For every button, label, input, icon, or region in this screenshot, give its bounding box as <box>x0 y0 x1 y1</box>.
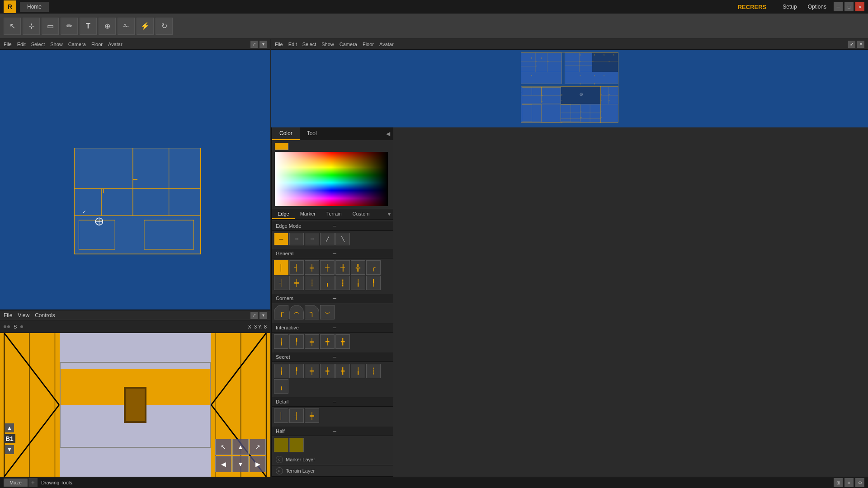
interactive-tool-2[interactable]: ╿ <box>289 334 304 349</box>
general-tool-5[interactable]: ╫ <box>335 260 350 275</box>
maze-tab[interactable]: Maze <box>4 479 28 487</box>
paint-tab-edge[interactable]: Edge <box>272 209 295 219</box>
tab-tool[interactable]: Tool <box>300 127 324 140</box>
minimize-button[interactable]: ─ <box>834 2 843 11</box>
corners-section-header[interactable]: Corners ─ <box>272 294 393 303</box>
secret-tool-4[interactable]: ┿ <box>320 364 335 378</box>
settings-icon[interactable]: ⚙ <box>855 478 864 487</box>
secret-section-header[interactable]: Secret ─ <box>272 352 393 362</box>
menu-view-bl[interactable]: View <box>18 312 29 319</box>
menu-select-rv[interactable]: Select <box>302 42 316 47</box>
edge-dashed-button[interactable]: ╌ <box>289 233 304 245</box>
secret-tool-3[interactable]: ╪ <box>305 364 319 378</box>
nav-left-button[interactable]: ◀ <box>215 456 231 472</box>
interactive-tool-3[interactable]: ╪ <box>305 334 319 349</box>
expand-tl-button[interactable]: ⤢ <box>250 41 258 48</box>
menu-edit-rv[interactable]: Edit <box>288 42 297 47</box>
select-tool-button[interactable]: ⊹ <box>23 18 40 35</box>
menu-file-rv[interactable]: File <box>275 42 283 47</box>
general-tool-10[interactable]: ┊ <box>305 276 319 290</box>
half-tool-1[interactable] <box>274 438 288 452</box>
menu-show-tl[interactable]: Show <box>50 42 63 47</box>
edge-dotted-button[interactable]: ┄ <box>305 233 319 245</box>
bottom-3d-viewport[interactable]: ▲ B1 ▼ ↖ ▲ ↗ ◀ ▼ ▶ <box>0 333 270 477</box>
tab-color[interactable]: Color <box>272 127 300 140</box>
text-tool-button[interactable]: T <box>80 18 97 35</box>
menu-camera-tl[interactable]: Camera <box>68 42 86 47</box>
collapse-tl-button[interactable]: ▾ <box>259 41 267 48</box>
nav-right-button[interactable]: ▶ <box>250 456 266 472</box>
collapse-bl-button[interactable]: ▾ <box>259 312 267 319</box>
edge-mode-section-header[interactable]: Edge Mode ─ <box>272 221 393 231</box>
paint-tab-terrain[interactable]: Terrain <box>321 209 347 219</box>
menu-floor-rv[interactable]: Floor <box>363 42 374 47</box>
menu-camera-rv[interactable]: Camera <box>340 42 357 47</box>
home-tab[interactable]: Home <box>20 2 49 12</box>
marker-layer-item[interactable]: ○ Marker Layer <box>272 454 393 465</box>
paint-tab-custom[interactable]: Custom <box>347 209 375 219</box>
general-tool-6[interactable]: ╬ <box>351 260 365 275</box>
draw-tool-button[interactable]: ✏ <box>61 18 78 35</box>
edge-diagonal1-button[interactable]: ╱ <box>320 233 335 245</box>
detail-tool-3[interactable]: ╪ <box>305 408 319 423</box>
half-tool-2[interactable] <box>289 438 304 452</box>
cut-tool-button[interactable]: ✁ <box>118 18 135 35</box>
collapse-rv-button[interactable]: ▾ <box>857 41 864 48</box>
general-tool-11[interactable]: ╻ <box>320 276 335 290</box>
expand-bl-button[interactable]: ⤢ <box>250 312 258 319</box>
secret-tool-1[interactable]: ╽ <box>274 364 288 378</box>
interactive-section-header[interactable]: Interactive ─ <box>272 323 393 333</box>
layers-icon[interactable]: ≡ <box>844 478 854 487</box>
secret-tool-7[interactable]: ┊ <box>366 364 381 378</box>
terrain-layer-item[interactable]: ○ Terrain Layer <box>272 465 393 477</box>
paint-filter-icon[interactable]: ▾ <box>385 209 393 219</box>
menu-avatar-tl[interactable]: Avatar <box>108 42 123 47</box>
menu-file-tl[interactable]: File <box>4 42 12 47</box>
general-tool-1[interactable]: │ <box>274 260 288 275</box>
general-tool-14[interactable]: ╿ <box>366 276 381 290</box>
general-tool-9[interactable]: ╪ <box>289 276 304 290</box>
nav-up-left-button[interactable]: ↖ <box>215 439 231 455</box>
rect-tool-button[interactable]: ▭ <box>42 18 59 35</box>
main-map-canvas[interactable]: S S S S S S S S S S S S <box>271 50 868 127</box>
menu-file-bl[interactable]: File <box>4 312 12 319</box>
sidebar-collapse-button[interactable]: ◀ <box>382 127 393 140</box>
general-tool-2[interactable]: ┤ <box>289 260 304 275</box>
interactive-tool-5[interactable]: ╋ <box>335 334 350 349</box>
color-gradient[interactable] <box>275 152 388 206</box>
options-button[interactable]: Options <box>804 3 830 11</box>
corner-tool-2[interactable]: ⌢ <box>289 305 304 319</box>
detail-tool-1[interactable]: │ <box>274 408 288 423</box>
level-down-button[interactable]: ▼ <box>5 445 14 454</box>
terrain-layer-eye-icon[interactable]: ○ <box>276 467 283 474</box>
nav-down-button[interactable]: ▼ <box>232 456 249 472</box>
menu-floor-tl[interactable]: Floor <box>91 42 103 47</box>
menu-controls-bl[interactable]: Controls <box>35 312 55 319</box>
secret-tool-2[interactable]: ╿ <box>289 364 304 378</box>
corner-tool-1[interactable]: ╭ <box>274 305 288 319</box>
general-section-header[interactable]: General ─ <box>272 249 393 258</box>
setup-button[interactable]: Setup <box>779 3 800 11</box>
interactive-tool-4[interactable]: ┿ <box>320 334 335 349</box>
add-tab-button[interactable]: + <box>28 478 38 487</box>
general-tool-8[interactable]: ┤ <box>274 276 288 290</box>
general-tool-4[interactable]: ┼ <box>320 260 335 275</box>
corner-tool-4[interactable]: ⌣ <box>320 305 335 319</box>
color-swatch[interactable] <box>275 143 288 150</box>
general-tool-3[interactable]: ╪ <box>305 260 319 275</box>
detail-section-header[interactable]: Detail ─ <box>272 397 393 407</box>
nav-up-right-button[interactable]: ↗ <box>250 439 266 455</box>
paint-tab-marker[interactable]: Marker <box>295 209 321 219</box>
marker-layer-eye-icon[interactable]: ○ <box>276 456 283 463</box>
secret-tool-5[interactable]: ╋ <box>335 364 350 378</box>
level-up-button[interactable]: ▲ <box>5 423 14 432</box>
menu-select-tl[interactable]: Select <box>31 42 45 47</box>
general-tool-7[interactable]: ╭ <box>366 260 381 275</box>
interactive-tool-1[interactable]: ╽ <box>274 334 288 349</box>
detail-tool-2[interactable]: ┤ <box>289 408 304 423</box>
secret-tool-8[interactable]: ╻ <box>274 379 288 394</box>
general-tool-13[interactable]: ╽ <box>351 276 365 290</box>
move-tool-button[interactable]: ↖ <box>4 18 21 35</box>
edge-diagonal2-button[interactable]: ╲ <box>335 233 350 245</box>
half-section-header[interactable]: Half ─ <box>272 427 393 436</box>
